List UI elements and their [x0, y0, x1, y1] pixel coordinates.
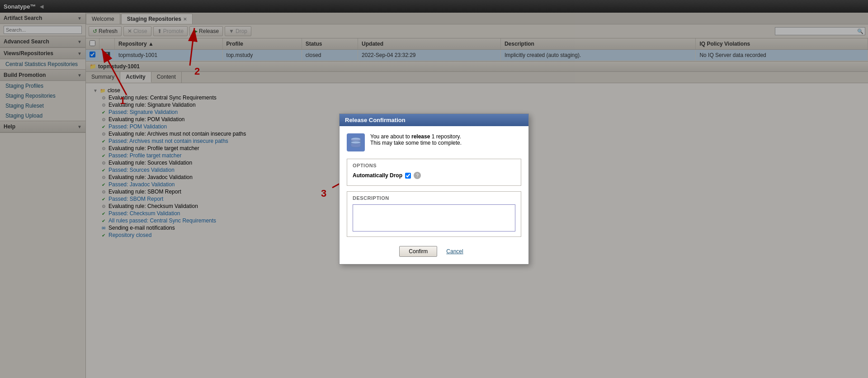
auto-drop-help-icon[interactable]: ? — [414, 172, 421, 179]
confirm-button[interactable]: Confirm — [399, 246, 437, 257]
modal-options-section: Options Automatically Drop ? — [347, 159, 521, 186]
modal-title: Release Confirmation — [340, 114, 528, 126]
modal-info-text: You are about to release 1 repository. T… — [370, 133, 462, 146]
modal-info-section: You are about to release 1 repository. T… — [347, 133, 521, 151]
modal-bold-release: release — [411, 133, 430, 140]
modal-description-textarea[interactable] — [353, 204, 515, 232]
modal-db-icon — [347, 133, 365, 151]
modal-options-title: Options — [353, 163, 515, 168]
modal-overlay: Release Confirmation You are about to re… — [0, 0, 868, 378]
auto-drop-checkbox[interactable] — [405, 173, 411, 179]
modal-description-section: Description — [347, 191, 521, 237]
auto-drop-label: Automatically Drop — [353, 172, 402, 179]
modal-body: You are about to release 1 repository. T… — [340, 126, 528, 264]
modal-buttons: Confirm Cancel — [347, 242, 521, 257]
modal-description-title: Description — [353, 195, 515, 201]
cancel-button[interactable]: Cancel — [441, 246, 468, 257]
svg-point-8 — [351, 141, 361, 144]
release-confirmation-modal: Release Confirmation You are about to re… — [339, 113, 529, 265]
modal-auto-drop-option: Automatically Drop ? — [353, 172, 515, 179]
